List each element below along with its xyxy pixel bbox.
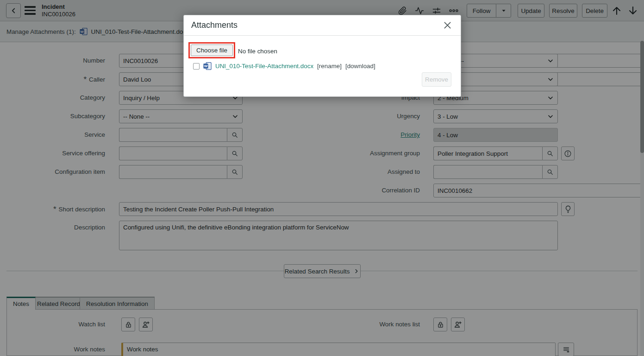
attachment-row: UNI_010-Test-File-Attachment.docx [renam… <box>193 62 375 70</box>
attachment-checkbox[interactable] <box>193 63 200 70</box>
modal-title: Attachments <box>191 20 238 30</box>
choose-file-highlight-box: Choose file <box>188 42 235 58</box>
close-icon <box>443 20 452 30</box>
modal-close-button[interactable] <box>441 19 453 32</box>
word-file-icon <box>203 62 212 70</box>
choose-file-button[interactable]: Choose file <box>191 44 233 56</box>
remove-button[interactable]: Remove <box>422 72 451 87</box>
attachment-file-link[interactable]: UNI_010-Test-File-Attachment.docx <box>215 63 313 70</box>
rename-link[interactable]: [rename] <box>317 63 342 70</box>
attachments-modal: Attachments Choose file No file chosen U… <box>183 15 461 97</box>
download-link[interactable]: [download] <box>345 63 375 70</box>
no-file-chosen-label: No file chosen <box>238 44 277 58</box>
